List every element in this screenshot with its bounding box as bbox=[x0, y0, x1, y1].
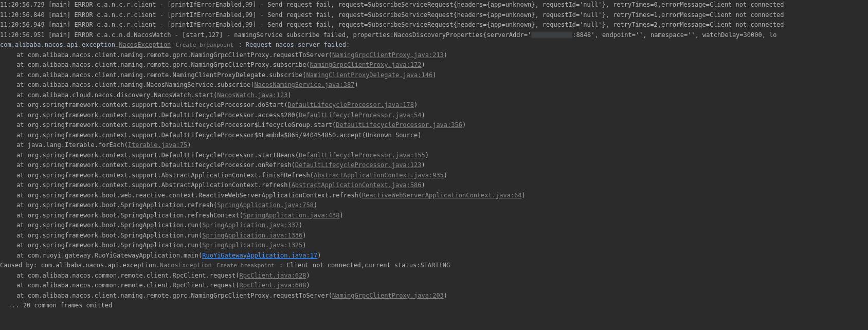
stack-method: at org.springframework.boot.SpringApplic… bbox=[16, 222, 202, 229]
stack-source-link[interactable]: SpringApplication.java:1336 bbox=[202, 232, 302, 239]
console-line: at com.alibaba.nacos.common.remote.clien… bbox=[0, 271, 868, 281]
stack-tail: ) bbox=[462, 121, 466, 129]
stack-source-link[interactable]: DefaultLifecycleProcessor.java:123 bbox=[295, 161, 422, 169]
stack-method: at org.springframework.boot.SpringApplic… bbox=[16, 201, 217, 209]
log-level: ERROR bbox=[75, 11, 93, 19]
stack-tail: ) bbox=[432, 71, 436, 79]
stack-source-link[interactable]: NamingGrpcClientProxy.java:213 bbox=[332, 51, 444, 59]
console-line: 11:20:56.840 [main] ERROR c.a.n.c.r.clie… bbox=[0, 10, 868, 21]
stack-source-link[interactable]: NamingClientProxyDelegate.java:146 bbox=[306, 71, 433, 79]
stack-tail: ) bbox=[522, 192, 526, 199]
console-line: at org.springframework.boot.SpringApplic… bbox=[0, 241, 868, 251]
stack-method: at com.alibaba.nacos.client.naming.remot… bbox=[16, 292, 332, 299]
stack-source-link[interactable]: NamingGrpcClientProxy.java:203 bbox=[332, 292, 444, 299]
stack-source-link[interactable]: NacosWatch.java:123 bbox=[217, 91, 287, 99]
console-line: at com.alibaba.nacos.common.remote.clien… bbox=[0, 281, 868, 291]
create-breakpoint-link[interactable]: Create breakpoint bbox=[215, 262, 276, 269]
console-line: at org.springframework.boot.SpringApplic… bbox=[0, 200, 868, 211]
stack-method: at org.springframework.context.support.A… bbox=[16, 181, 292, 189]
stack-source-link[interactable]: DefaultLifecycleProcessor.java:54 bbox=[299, 112, 421, 119]
stack-tail: ) bbox=[306, 272, 310, 279]
console-line: Caused by: com.alibaba.nacos.api.excepti… bbox=[0, 261, 868, 271]
log-message: Send request fail, request=SubscribeServ… bbox=[267, 21, 784, 28]
stack-method: at com.alibaba.nacos.common.remote.clien… bbox=[16, 272, 239, 279]
redacted-ip bbox=[531, 32, 572, 38]
stack-tail: ) bbox=[302, 242, 306, 249]
stack-tail: ) bbox=[422, 61, 425, 68]
stack-source-link[interactable]: AbstractApplicationContext.java:586 bbox=[292, 181, 422, 189]
stack-source-link[interactable]: RpcClient.java:628 bbox=[239, 272, 306, 279]
stack-method: at org.springframework.context.support.D… bbox=[16, 132, 421, 139]
stack-tail: ) bbox=[340, 212, 343, 219]
console-line: at com.ruoyi.gateway.RuoYiGatewayApplica… bbox=[0, 251, 868, 261]
stack-source-link[interactable]: ReactiveWebServerApplicationContext.java… bbox=[362, 192, 522, 199]
console-line: at org.springframework.boot.SpringApplic… bbox=[0, 221, 868, 231]
log-location: [printIfErrorEnabled,99] bbox=[167, 11, 256, 19]
stack-tail: ) bbox=[422, 112, 425, 119]
console-line: at com.alibaba.nacos.client.naming.remot… bbox=[0, 70, 868, 81]
stack-method: at org.springframework.boot.web.reactive… bbox=[16, 192, 362, 199]
stack-tail: ) bbox=[444, 292, 447, 299]
log-message: Send request fail, request=SubscribeServ… bbox=[267, 1, 784, 8]
stack-source-link[interactable]: RuoYiGatewayApplication.java:17 bbox=[202, 252, 317, 259]
stack-tail: ) bbox=[425, 152, 429, 159]
console-line: at org.springframework.context.support.A… bbox=[0, 180, 868, 191]
log-level: ERROR bbox=[75, 31, 93, 39]
console-line: at org.springframework.context.support.D… bbox=[0, 111, 868, 121]
console-line: at org.springframework.context.support.D… bbox=[0, 120, 868, 131]
stack-method: at org.springframework.boot.SpringApplic… bbox=[16, 242, 202, 249]
stack-method: at org.springframework.context.support.D… bbox=[16, 112, 299, 119]
create-breakpoint-link[interactable]: Create breakpoint bbox=[175, 42, 235, 48]
log-logger: c.a.n.c.r.client bbox=[97, 1, 156, 8]
stack-source-link[interactable]: Iterable.java:75 bbox=[128, 141, 188, 149]
stack-source-link[interactable]: NamingGrpcClientProxy.java:172 bbox=[310, 61, 422, 68]
log-logger: c.a.n.c.r.client bbox=[97, 11, 156, 19]
stack-method: at com.alibaba.nacos.client.naming.remot… bbox=[16, 61, 310, 68]
stack-method: at com.alibaba.nacos.common.remote.clien… bbox=[16, 282, 239, 289]
console-line: at org.springframework.context.support.D… bbox=[0, 160, 868, 171]
log-location: [printIfErrorEnabled,99] bbox=[167, 21, 256, 28]
stack-tail: ) bbox=[187, 141, 191, 149]
stack-method: at org.springframework.boot.SpringApplic… bbox=[16, 232, 202, 239]
stack-source-link[interactable]: DefaultLifecycleProcessor.java:356 bbox=[336, 121, 462, 129]
stack-tail: ) bbox=[317, 252, 321, 259]
caused-by-message: : Client not connected,current status:ST… bbox=[276, 262, 450, 269]
stack-source-link[interactable]: DefaultLifecycleProcessor.java:155 bbox=[299, 152, 425, 159]
stack-tail: ) bbox=[422, 161, 425, 169]
stack-tail: ) bbox=[444, 172, 447, 179]
log-timestamp: 11:20:56.951 bbox=[0, 31, 45, 39]
exception-link[interactable]: NacosException bbox=[160, 262, 212, 269]
stack-tail: ) bbox=[444, 51, 447, 59]
log-timestamp: 11:20:56.729 bbox=[0, 1, 45, 8]
console-line: at org.springframework.context.support.D… bbox=[0, 151, 868, 161]
exception-package: com.alibaba.nacos.api.exception. bbox=[0, 41, 119, 48]
frames-omitted: ... 20 common frames omitted bbox=[8, 302, 112, 309]
stack-source-link[interactable]: SpringApplication.java:438 bbox=[243, 212, 340, 219]
log-message: Send request fail, request=SubscribeServ… bbox=[267, 11, 784, 19]
log-location: [printIfErrorEnabled,99] bbox=[167, 1, 256, 8]
log-logger: c.a.n.c.r.client bbox=[97, 21, 156, 28]
console-line: 11:20:56.729 [main] ERROR c.a.n.c.r.clie… bbox=[0, 0, 868, 10]
stack-source-link[interactable]: NacosNamingService.java:387 bbox=[254, 81, 354, 88]
stack-source-link[interactable]: DefaultLifecycleProcessor.java:178 bbox=[287, 101, 414, 108]
stack-method: at com.alibaba.nacos.client.naming.remot… bbox=[16, 51, 332, 59]
exception-message: : Request nacos server failed: bbox=[234, 41, 353, 48]
stack-method: at com.alibaba.nacos.client.naming.remot… bbox=[16, 71, 306, 79]
stack-source-link[interactable]: SpringApplication.java:758 bbox=[217, 201, 314, 209]
log-message: namingService subscribe failed, properti… bbox=[234, 31, 776, 39]
stack-source-link[interactable]: SpringApplication.java:337 bbox=[202, 222, 299, 229]
console-line: ... 20 common frames omitted bbox=[0, 301, 868, 311]
stack-source-link[interactable]: AbstractApplicationContext.java:935 bbox=[314, 172, 444, 179]
console-line: at com.alibaba.nacos.client.naming.Nacos… bbox=[0, 80, 868, 90]
console-line: at org.springframework.boot.SpringApplic… bbox=[0, 231, 868, 241]
console-line: com.alibaba.nacos.api.exception.NacosExc… bbox=[0, 40, 868, 50]
stack-method: at org.springframework.context.support.D… bbox=[16, 152, 299, 159]
stack-tail: ) bbox=[302, 232, 306, 239]
stack-source-link[interactable]: SpringApplication.java:1325 bbox=[202, 242, 302, 249]
exception-link[interactable]: NacosException bbox=[119, 41, 171, 48]
stack-method: at org.springframework.context.support.D… bbox=[16, 101, 287, 108]
console-line: at com.alibaba.nacos.client.naming.remot… bbox=[0, 50, 868, 61]
stack-tail: ) bbox=[414, 101, 418, 108]
stack-source-link[interactable]: RpcClient.java:608 bbox=[239, 282, 306, 289]
stack-method: at org.springframework.boot.SpringApplic… bbox=[16, 212, 243, 219]
